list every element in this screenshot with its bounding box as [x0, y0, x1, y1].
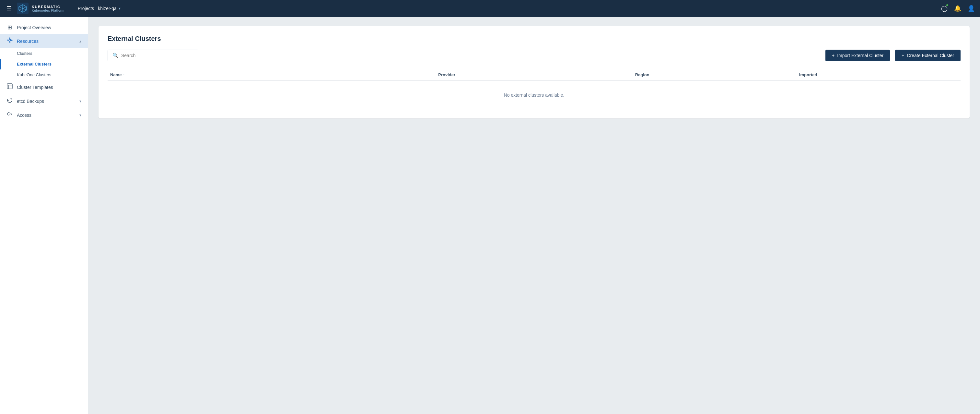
table-header-name[interactable]: Name ↑ — [108, 72, 436, 77]
plus-icon: + — [832, 53, 835, 58]
sidebar-sub-clusters[interactable]: Clusters — [0, 48, 88, 59]
svg-point-6 — [11, 40, 12, 41]
sidebar-item-label: etcd Backups — [17, 99, 75, 104]
svg-rect-11 — [7, 84, 12, 89]
clusters-label: Clusters — [17, 51, 32, 56]
content-card: External Clusters 🔍 + Import External Cl… — [99, 26, 970, 118]
svg-point-14 — [8, 113, 10, 115]
user-profile-icon[interactable]: 👤 — [968, 5, 975, 12]
table-header: Name ↑ Provider Region Imported — [108, 69, 961, 81]
create-button-label: Create External Cluster — [907, 53, 954, 58]
sidebar-item-label: Project Overview — [17, 25, 81, 30]
kubeone-clusters-label: KubeOne Clusters — [17, 72, 51, 77]
table-header-provider: Provider — [436, 72, 632, 77]
search-box: 🔍 — [108, 50, 198, 61]
svg-point-1 — [22, 8, 24, 10]
template-icon — [6, 83, 13, 91]
import-external-cluster-button[interactable]: + Import External Cluster — [826, 50, 890, 61]
search-icon: 🔍 — [113, 53, 119, 58]
plus-icon: + — [902, 53, 904, 58]
table-header-imported: Imported — [797, 72, 961, 77]
svg-point-2 — [9, 39, 11, 41]
logo-text: KUBERMATIC Kubernetes Platform — [32, 5, 65, 12]
external-clusters-label: External Clusters — [17, 62, 51, 67]
sidebar-item-etcd-backups[interactable]: etcd Backups ▾ — [0, 94, 88, 108]
projects-label[interactable]: Projects — [78, 6, 94, 11]
notification-badge — [946, 3, 949, 7]
notifications-icon[interactable]: 🔔 — [954, 5, 961, 12]
project-name: khizer-qa — [98, 6, 117, 11]
toolbar: 🔍 + Import External Cluster + Create Ext… — [108, 50, 961, 61]
user-avatar-icon[interactable]: ◯ — [941, 5, 948, 12]
sidebar-item-access[interactable]: Access ▾ — [0, 108, 88, 122]
main-content: External Clusters 🔍 + Import External Cl… — [88, 17, 980, 414]
sidebar-item-label: Cluster Templates — [17, 85, 81, 90]
create-external-cluster-button[interactable]: + Create External Cluster — [895, 50, 961, 61]
chevron-down-icon: ▾ — [80, 99, 81, 104]
svg-point-4 — [10, 42, 10, 43]
topnav-icons: ◯ 🔔 👤 — [941, 5, 975, 12]
page-title: External Clusters — [108, 35, 961, 43]
import-button-label: Import External Cluster — [837, 53, 883, 58]
grid-icon: ⊞ — [6, 24, 13, 31]
backup-icon — [6, 98, 13, 105]
sidebar-item-label: Access — [17, 113, 75, 118]
sidebar-item-resources[interactable]: Resources ▴ — [0, 34, 88, 48]
project-selector[interactable]: khizer-qa ▾ — [98, 6, 121, 11]
table-empty-state: No external clusters available. — [108, 81, 961, 109]
brand-name: KUBERMATIC — [32, 5, 65, 9]
resources-icon — [6, 37, 13, 45]
main-layout: ⊞ Project Overview Resources ▴ — [0, 17, 980, 414]
sidebar-item-label: Resources — [17, 38, 75, 44]
chevron-down-icon: ▾ — [119, 6, 121, 11]
sidebar-sub-external-clusters[interactable]: External Clusters — [0, 59, 88, 69]
key-icon — [6, 111, 13, 119]
logo: KUBERMATIC Kubernetes Platform — [17, 3, 65, 14]
sort-icon: ↑ — [123, 73, 125, 77]
svg-point-5 — [7, 40, 8, 41]
search-input[interactable] — [121, 53, 194, 58]
table-header-region: Region — [633, 72, 797, 77]
platform-name: Kubernetes Platform — [32, 9, 65, 12]
sidebar-item-cluster-templates[interactable]: Cluster Templates — [0, 80, 88, 94]
sidebar-item-project-overview[interactable]: ⊞ Project Overview — [0, 21, 88, 34]
sidebar-sub-kubeone-clusters[interactable]: KubeOne Clusters — [0, 69, 88, 80]
chevron-up-icon: ▴ — [80, 39, 81, 43]
svg-point-3 — [10, 38, 10, 38]
logo-icon — [17, 3, 29, 14]
hamburger-menu[interactable]: ☰ — [5, 3, 13, 13]
sidebar: ⊞ Project Overview Resources ▴ — [0, 17, 88, 414]
chevron-down-icon: ▾ — [80, 113, 81, 117]
top-navigation: ☰ KUBERMATIC Kubernetes Platform Project… — [0, 0, 980, 17]
